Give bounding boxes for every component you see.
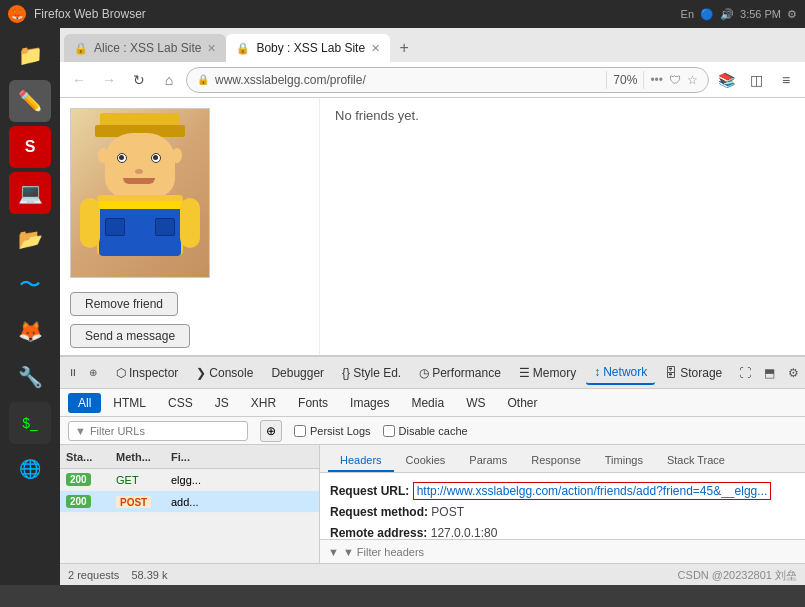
mem-icon: ☰ [519,366,530,380]
tab-alice[interactable]: 🔒 Alice : XSS Lab Site ✕ [64,34,226,62]
net-tab-fonts[interactable]: Fonts [288,393,338,413]
remove-friend-button[interactable]: Remove friend [70,292,178,316]
net-icon: ↕ [594,365,600,379]
url-more-icon: ••• [650,73,663,87]
sidebar-icon-cmd[interactable]: $_ [9,402,51,444]
persist-logs-label: Persist Logs [310,425,371,437]
sidebar-icon-folder[interactable]: 📂 [9,218,51,260]
stor-icon: 🗄 [665,366,677,380]
req-status-0: 200 [60,473,110,486]
new-tab-button[interactable]: + [390,34,418,62]
reload-button[interactable]: ↻ [126,67,152,93]
filter-headers-text: ▼ Filter headers [343,546,424,558]
debugger-label: Debugger [271,366,324,380]
sidebar-icon-S[interactable]: S [9,126,51,168]
detail-tab-headers[interactable]: Headers [328,450,394,472]
devtools-layout-button[interactable]: ⬒ [758,362,780,384]
net-tab-other[interactable]: Other [497,393,547,413]
home-button[interactable]: ⌂ [156,67,182,93]
menu-button[interactable]: ≡ [773,67,799,93]
details-tabs: Headers Cookies Params Response Timings … [320,445,805,473]
net-label: Network [603,365,647,379]
devtools-settings-button[interactable]: ⚙ [782,362,804,384]
request-row-1[interactable]: 200 POST add... [60,491,319,513]
net-tab-css[interactable]: CSS [158,393,203,413]
devtools-tab-inspector[interactable]: ⬡ Inspector [108,362,186,384]
persist-logs-option[interactable]: Persist Logs [294,425,371,437]
sidebar-toggle-icon[interactable]: ◫ [743,67,769,93]
sidebar: 📁 ✏️ S 💻 📂 〜 🦊 🔧 $_ 🌐 [0,28,60,585]
navbar: ← → ↻ ⌂ 🔒 www.xsslabelgg.com/profile/ 70… [60,62,805,98]
devtools-tab-styleed[interactable]: {} Style Ed. [334,362,409,384]
net-tab-all[interactable]: All [68,393,101,413]
col-header-status: Sta... [60,451,110,463]
net-tab-images[interactable]: Images [340,393,399,413]
tab-alice-label: Alice : XSS Lab Site [94,41,201,55]
method-post-badge: POST [116,496,151,508]
request-method-value: POST [431,505,464,519]
tab-alice-close[interactable]: ✕ [207,42,216,55]
titlebar-controls: En 🔵 🔊 3:56 PM ⚙ [681,8,797,21]
disable-cache-option[interactable]: Disable cache [383,425,468,437]
titlebar: 🦊 Firefox Web Browser En 🔵 🔊 3:56 PM ⚙ [0,0,805,28]
detail-tab-timings[interactable]: Timings [593,450,655,472]
disable-cache-checkbox[interactable] [383,425,395,437]
filter-headers-bar[interactable]: ▼ ▼ Filter headers [320,539,805,563]
request-list: Sta... Meth... Fi... 200 GET elgg... [60,445,320,563]
zoom-level: 70% [606,71,644,89]
tab-boby-close[interactable]: ✕ [371,42,380,55]
net-tab-html[interactable]: HTML [103,393,156,413]
devtools-tab-console[interactable]: ❯ Console [188,362,261,384]
devtools-tab-debugger[interactable]: Debugger [263,362,332,384]
net-tab-ws[interactable]: WS [456,393,495,413]
devtools-tab-storage[interactable]: 🗄 Storage [657,362,730,384]
sidebar-icon-firefox[interactable]: 🦊 [9,310,51,352]
detail-tab-stacktrace[interactable]: Stack Trace [655,450,737,472]
devtools-pause-button[interactable]: ⏸ [64,364,82,382]
sidebar-icon-terminal[interactable]: 💻 [9,172,51,214]
filter-options-button[interactable]: ⊕ [260,420,282,442]
net-tab-xhr[interactable]: XHR [241,393,286,413]
network-table-area: Sta... Meth... Fi... 200 GET elgg... [60,445,805,563]
devtools-bottom-bar: 2 requests 58.39 k CSDN @20232801 刘垒 [60,563,805,585]
detail-tab-cookies[interactable]: Cookies [394,450,458,472]
url-text: www.xsslabelgg.com/profile/ [215,73,600,87]
inspector-icon: ⬡ [116,366,126,380]
tab-alice-favicon: 🔒 [74,42,88,55]
send-message-button[interactable]: Send a message [70,324,190,348]
profile-image [70,108,210,278]
url-bar[interactable]: 🔒 www.xsslabelgg.com/profile/ 70% ••• 🛡 … [186,67,709,93]
sidebar-icon-files[interactable]: 📁 [9,34,51,76]
back-button[interactable]: ← [66,67,92,93]
sidebar-icon-globe[interactable]: 🌐 [9,448,51,490]
network-filter-tabs: All HTML CSS JS XHR Fonts Images Media W… [60,389,805,417]
req-method-0: GET [110,474,165,486]
sidebar-icon-wrench[interactable]: 🔧 [9,356,51,398]
sidebar-icon-wave[interactable]: 〜 [9,264,51,306]
sidebar-icon-editor[interactable]: ✏️ [9,80,51,122]
devtools-tab-performance[interactable]: ◷ Performance [411,362,509,384]
detail-tab-response[interactable]: Response [519,450,593,472]
time-display: 3:56 PM [740,8,781,20]
net-tab-media[interactable]: Media [401,393,454,413]
net-tab-js[interactable]: JS [205,393,239,413]
filter-urls-input[interactable]: ▼ Filter URLs [68,421,248,441]
tab-boby[interactable]: 🔒 Boby : XSS Lab Site ✕ [226,34,390,62]
col-header-method: Meth... [110,451,165,463]
col-header-file: Fi... [165,451,319,463]
request-list-header: Sta... Meth... Fi... [60,445,319,469]
request-row-0[interactable]: 200 GET elgg... [60,469,319,491]
tab-boby-favicon: 🔒 [236,42,250,55]
devtools-pick-button[interactable]: ⊕ [84,364,102,382]
no-friends-text: No friends yet. [330,103,424,128]
devtools-right-icons: ⛶ ⬒ ⚙ ⋯ ✕ [734,362,805,384]
detail-tab-params[interactable]: Params [457,450,519,472]
req-method-1: POST [110,496,165,508]
devtools-dock-button[interactable]: ⛶ [734,362,756,384]
devtools-tab-memory[interactable]: ☰ Memory [511,362,584,384]
forward-button[interactable]: → [96,67,122,93]
devtools-tab-network[interactable]: ↕ Network [586,361,655,385]
bookmark-list-icon[interactable]: 📚 [713,67,739,93]
persist-logs-checkbox[interactable] [294,425,306,437]
req-status-1: 200 [60,495,110,508]
